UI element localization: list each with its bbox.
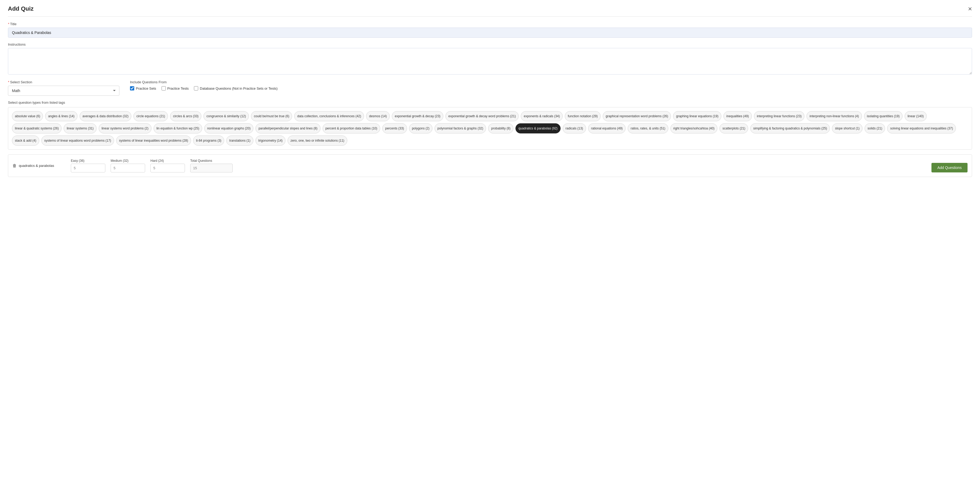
practice-sets-checkbox[interactable]	[130, 86, 134, 91]
medium-label: Medium (32)	[111, 159, 145, 162]
total-col: Total Questions	[190, 159, 233, 172]
checkbox-row: Practice Sets Practice Tests Database Qu…	[130, 86, 972, 91]
instructions-section: Instructions	[8, 43, 972, 75]
medium-col: Medium (32)	[111, 159, 145, 172]
select-section-label: *Select Section	[8, 80, 119, 84]
list-item[interactable]: systems of linear inequalities word prob…	[116, 135, 191, 146]
hard-input[interactable]	[150, 164, 185, 172]
instructions-label: Instructions	[8, 43, 972, 46]
list-item[interactable]: graphical representation word problems (…	[603, 111, 671, 121]
list-item[interactable]: graphing linear equations (19)	[673, 111, 721, 121]
add-quiz-modal: Add Quiz × *Title Instructions *Select S…	[0, 0, 980, 504]
required-star-section: *	[8, 80, 9, 84]
list-item[interactable]: absolute value (6)	[12, 111, 43, 121]
title-label: *Title	[8, 22, 972, 26]
selected-tag-label: quadratics & parabolas	[19, 164, 54, 168]
list-item[interactable]: solving linear equations and inequalitie…	[887, 123, 956, 134]
list-item[interactable]: solids (21)	[865, 123, 885, 134]
selected-tag-row: 🗑 quadratics & parabolas	[13, 164, 65, 168]
tags-instruction: Select question types from listed tags	[8, 100, 972, 105]
include-questions-label: Include Questions From	[130, 80, 972, 84]
bottom-section: 🗑 quadratics & parabolas Easy (36) Mediu…	[8, 154, 972, 177]
tags-container: absolute value (6)angles & lines (14)ave…	[8, 107, 972, 149]
practice-sets-checkbox-item[interactable]: Practice Sets	[130, 86, 156, 91]
section-include-row: *Select Section Math Include Questions F…	[8, 80, 972, 96]
list-item[interactable]: circles & arcs (33)	[170, 111, 201, 121]
list-item[interactable]: stack & add (4)	[12, 135, 39, 146]
add-questions-button[interactable]: Add Questions	[931, 163, 967, 172]
database-questions-label: Database Questions (Not in Practice Sets…	[200, 86, 277, 91]
list-item[interactable]: could be/must be true (6)	[251, 111, 292, 121]
list-item[interactable]: linear systems (31)	[64, 123, 96, 134]
list-item[interactable]: exponential growth & decay word problems…	[445, 111, 519, 121]
trash-icon[interactable]: 🗑	[13, 164, 17, 168]
list-item[interactable]: polygons (2)	[409, 123, 433, 134]
list-item[interactable]: scatterplots (21)	[719, 123, 748, 134]
list-item[interactable]: radicals (13)	[563, 123, 586, 134]
list-item[interactable]: percents (33)	[382, 123, 407, 134]
list-item[interactable]: linear systems word problems (2)	[99, 123, 151, 134]
list-item[interactable]: function notation (29)	[565, 111, 601, 121]
list-item[interactable]: systems of linear equations word problem…	[41, 135, 114, 146]
list-item[interactable]: right triangles/sohcahtoa (40)	[670, 123, 718, 134]
list-item[interactable]: polynomial factors & graphs (32)	[434, 123, 486, 134]
list-item[interactable]: quadratics & parabolas (92)	[515, 123, 560, 134]
difficulty-cols: Easy (36) Medium (32) Hard (24) Total Qu…	[71, 159, 967, 172]
hard-col: Hard (24)	[150, 159, 185, 172]
required-star-title: *	[8, 22, 9, 26]
list-item[interactable]: angles & lines (14)	[45, 111, 77, 121]
total-label: Total Questions	[190, 159, 233, 162]
list-item[interactable]: inequalities (49)	[724, 111, 752, 121]
list-item[interactable]: nonlinear equation graphs (20)	[204, 123, 253, 134]
list-item[interactable]: linear (140)	[905, 111, 927, 121]
modal-header: Add Quiz ×	[8, 5, 972, 17]
list-item[interactable]: zero, one, two or infinite solutions (11…	[288, 135, 347, 146]
list-item[interactable]: circle equations (21)	[134, 111, 168, 121]
include-questions-col: Include Questions From Practice Sets Pra…	[130, 80, 972, 91]
total-input[interactable]	[190, 164, 233, 172]
list-item[interactable]: exponents & radicals (34)	[521, 111, 563, 121]
medium-input[interactable]	[111, 164, 145, 172]
list-item[interactable]: simplifying & factoring quadratics & pol…	[750, 123, 830, 134]
hard-label: Hard (24)	[150, 159, 185, 162]
instructions-input[interactable]	[8, 48, 972, 75]
list-item[interactable]: probability (8)	[488, 123, 513, 134]
modal-title: Add Quiz	[8, 5, 34, 12]
list-item[interactable]: isolating quantities (19)	[864, 111, 902, 121]
list-item[interactable]: interpreting non-linear functions (4)	[807, 111, 862, 121]
tags-section: Select question types from listed tags a…	[8, 100, 972, 149]
section-select[interactable]: Math	[8, 86, 119, 96]
title-input[interactable]	[8, 28, 972, 38]
list-item[interactable]: desmos (14)	[366, 111, 390, 121]
list-item[interactable]: exponential growth & decay (23)	[392, 111, 443, 121]
list-item[interactable]: parallel/perpendicular slopes and lines …	[256, 123, 320, 134]
easy-input[interactable]	[71, 164, 105, 172]
list-item[interactable]: rational equations (49)	[588, 123, 625, 134]
practice-sets-label: Practice Sets	[136, 86, 156, 91]
list-item[interactable]: averages & data distribution (32)	[80, 111, 131, 121]
bottom-row: 🗑 quadratics & parabolas Easy (36) Mediu…	[13, 159, 967, 172]
list-item[interactable]: slope shortcut (1)	[832, 123, 862, 134]
list-item[interactable]: translations (1)	[226, 135, 253, 146]
practice-tests-label: Practice Tests	[167, 86, 189, 91]
list-item[interactable]: linear & quadratic systems (26)	[12, 123, 62, 134]
list-item[interactable]: ratios, rates, & units (51)	[628, 123, 668, 134]
practice-tests-checkbox-item[interactable]: Practice Tests	[162, 86, 189, 91]
list-item[interactable]: congruence & similarity (12)	[204, 111, 249, 121]
select-section-col: *Select Section Math	[8, 80, 119, 96]
list-item[interactable]: lin equation & function wp (25)	[154, 123, 202, 134]
list-item[interactable]: data collection, conclusions & inference…	[294, 111, 364, 121]
practice-tests-checkbox[interactable]	[162, 86, 166, 91]
database-questions-checkbox[interactable]	[194, 86, 198, 91]
list-item[interactable]: trigonometry (14)	[256, 135, 285, 146]
easy-col: Easy (36)	[71, 159, 105, 172]
title-section: *Title	[8, 22, 972, 38]
close-button[interactable]: ×	[968, 5, 972, 12]
list-item[interactable]: ti-84 programs (3)	[193, 135, 224, 146]
list-item[interactable]: interpreting linear functions (23)	[754, 111, 805, 121]
easy-label: Easy (36)	[71, 159, 105, 162]
list-item[interactable]: percent & proportion data tables (10)	[323, 123, 380, 134]
database-questions-checkbox-item[interactable]: Database Questions (Not in Practice Sets…	[194, 86, 277, 91]
